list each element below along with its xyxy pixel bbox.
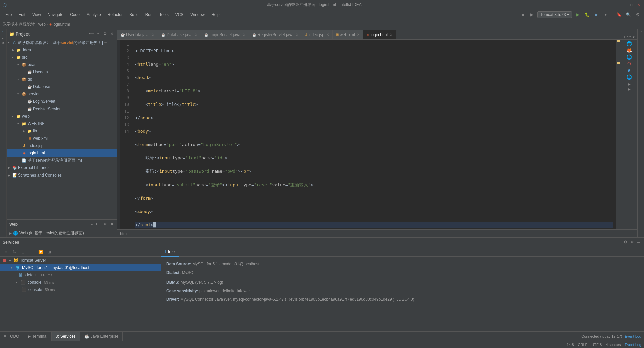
- settings-project-button[interactable]: ⚙: [102, 31, 108, 37]
- right-scrollbar[interactable]: [616, 40, 621, 229]
- event-log-bottom[interactable]: Event Log: [625, 343, 641, 347]
- tree-item-root[interactable]: ▾ ⬡ 教学版本课程设计 [基于servlet的登录注册界面] ✏: [7, 39, 117, 46]
- tree-item-indexjsp[interactable]: ▶ J index.jsp: [7, 142, 117, 149]
- web-settings-button[interactable]: ⚙: [102, 222, 108, 227]
- menu-tools[interactable]: Tools: [157, 12, 171, 18]
- browser5-icon[interactable]: 🌐: [626, 74, 632, 80]
- coverage-button[interactable]: ▶: [593, 11, 600, 18]
- menu-window[interactable]: Window: [187, 12, 207, 18]
- chrome-icon[interactable]: 🌐: [626, 41, 632, 46]
- svc-btn-4[interactable]: ⊕: [28, 248, 36, 256]
- services-gear-button[interactable]: ⚙: [623, 240, 628, 245]
- menu-navigate[interactable]: Navigate: [45, 12, 66, 18]
- tab-loginhtml[interactable]: ◈ login.html ✕: [363, 30, 396, 39]
- tab-loginservlet[interactable]: ☕ LoginServlet.java ✕: [201, 30, 249, 39]
- services-close-button[interactable]: ─: [636, 240, 641, 245]
- run-button[interactable]: ▶: [574, 11, 581, 18]
- tab-close-usedata[interactable]: ✕: [152, 33, 154, 37]
- menu-edit[interactable]: Edit: [16, 12, 28, 18]
- tab-usedata[interactable]: ☕ Usedata.java ✕: [117, 30, 158, 39]
- tab-database[interactable]: ☕ Database.java ✕: [158, 30, 201, 39]
- breadcrumb-root[interactable]: 教学版本课程设计: [3, 21, 35, 27]
- bookmark-button[interactable]: 🔖: [615, 11, 623, 18]
- tab-close-database[interactable]: ✕: [195, 33, 197, 37]
- menu-refactor[interactable]: Refactor: [105, 12, 125, 18]
- search-everywhere[interactable]: 🔍: [625, 11, 632, 18]
- svc-btn-2[interactable]: ⇅: [11, 248, 18, 256]
- tree-item-servlet[interactable]: ▾ 📦 servlet: [7, 90, 117, 98]
- tree-item-scratches[interactable]: ▶ 📝 Scratches and Consoles: [7, 171, 117, 179]
- tree-item-webinf[interactable]: ▾ 📁 WEB-INF: [7, 120, 117, 127]
- bottom-tab-terminal[interactable]: ▶ Terminal: [23, 332, 51, 341]
- menu-file[interactable]: File: [3, 12, 14, 18]
- status-event-log[interactable]: Event Log: [625, 334, 641, 338]
- web-panel-item[interactable]: Web (in 基于servlet的登录注册界面): [19, 230, 84, 236]
- right-icon-1[interactable]: DB: [638, 31, 644, 37]
- menu-code[interactable]: Code: [67, 12, 83, 18]
- edge-icon[interactable]: 🌐: [626, 54, 632, 60]
- web-sort-button[interactable]: ≡: [89, 222, 94, 227]
- more-run-button[interactable]: ▾: [602, 11, 609, 18]
- bottom-tab-services[interactable]: 8: Services: [52, 332, 80, 341]
- tree-item-loginservlet[interactable]: ▶ ☕ LoginServlet: [7, 98, 117, 105]
- svc-item-default[interactable]: 🗄 default 113 ms: [0, 271, 161, 279]
- minimize-button[interactable]: ─: [622, 3, 627, 7]
- svc-item-tomcat[interactable]: ▶ 🐱 Tomcat Server: [0, 257, 161, 264]
- web-collapse-button[interactable]: ⟵: [96, 222, 101, 227]
- tab-close-webxml[interactable]: ✕: [357, 33, 360, 37]
- code-editor[interactable]: <!DOCTYPE html> <html lang="en"> <head> …: [132, 40, 616, 229]
- services-settings-button[interactable]: ⚙: [629, 240, 635, 245]
- tab-webxml[interactable]: ⊞ web.xml ✕: [333, 30, 363, 39]
- favorites-icon[interactable]: ★: [1, 40, 5, 46]
- tree-item-lib[interactable]: ▶ 📁 lib: [7, 127, 117, 135]
- collapse-right-2[interactable]: ▶: [628, 87, 631, 91]
- sort-button[interactable]: ≡: [96, 31, 101, 37]
- tree-item-bean[interactable]: ▾ 📦 bean: [7, 61, 117, 68]
- project-icon[interactable]: P: [1, 30, 5, 35]
- tree-item-loginhtml[interactable]: ▶ ◈ login.html: [7, 149, 117, 157]
- tree-item-src[interactable]: ▾ 📁 src: [7, 54, 117, 61]
- svc-btn-6[interactable]: ⊞: [46, 248, 53, 256]
- firefox-icon[interactable]: 🦊: [626, 48, 632, 53]
- tree-item-idea[interactable]: ▶ 📁 .idea: [7, 46, 117, 54]
- debug-button[interactable]: 🐛: [583, 11, 591, 18]
- svc-btn-7[interactable]: +: [54, 248, 62, 256]
- tab-close-indexjsp[interactable]: ✕: [326, 33, 329, 37]
- tab-registerservlet[interactable]: ☕ RegisterServlet.java ✕: [249, 30, 302, 39]
- bottom-tab-javaee[interactable]: ☕ Java Enterprise: [80, 332, 123, 341]
- tab-indexjsp[interactable]: J index.jsp ✕: [302, 30, 332, 39]
- collapse-all-button[interactable]: ⟵: [89, 31, 94, 37]
- menu-vcs[interactable]: VCS: [173, 12, 186, 18]
- svc-btn-3[interactable]: ⊟: [19, 248, 27, 256]
- ie-icon[interactable]: e: [628, 68, 631, 73]
- svc-btn-5[interactable]: 🔽: [37, 248, 44, 256]
- menu-analyze[interactable]: Analyze: [84, 12, 104, 18]
- maximize-button[interactable]: □: [629, 3, 634, 7]
- menu-build[interactable]: Build: [127, 12, 141, 18]
- bottom-tab-todo[interactable]: ≡ TODO: [0, 332, 23, 341]
- info-tab-info[interactable]: ℹ Info: [161, 247, 179, 257]
- tab-close-loginhtml[interactable]: ✕: [390, 33, 392, 37]
- forward-button[interactable]: ▶: [528, 11, 535, 18]
- svc-item-console-parent[interactable]: ▾ ⬛ console 59 ms: [0, 279, 161, 286]
- tree-item-database[interactable]: ▶ ☕ Database: [7, 83, 117, 90]
- run-config-name[interactable]: Tomcat 8.5.73 ▾: [537, 11, 572, 18]
- tree-item-webxml[interactable]: ▶ ⊞ web.xml: [7, 135, 117, 142]
- menu-run[interactable]: Run: [143, 12, 155, 18]
- settings-button[interactable]: ⚙: [634, 11, 641, 18]
- tree-item-web[interactable]: ▾ 📁 web: [7, 113, 117, 120]
- tab-close-registerservlet[interactable]: ✕: [296, 33, 298, 37]
- tree-item-db[interactable]: ▾ 📦 db: [7, 76, 117, 83]
- tree-item-iml[interactable]: ▶ 📄 基于servlet的登录注册界面.iml: [7, 157, 117, 164]
- opera-icon[interactable]: O: [627, 61, 631, 66]
- close-button[interactable]: ✕: [637, 3, 641, 7]
- menu-help[interactable]: Help: [209, 12, 222, 18]
- tab-close-loginservlet[interactable]: ✕: [243, 33, 245, 37]
- menu-view[interactable]: View: [30, 12, 44, 18]
- breadcrumb-file[interactable]: ◈ login.html: [49, 22, 70, 27]
- close-project-button[interactable]: ✕: [109, 31, 114, 37]
- svc-btn-1[interactable]: ≡: [2, 248, 9, 256]
- tree-item-extlibs[interactable]: ▶ 📚 External Libraries: [7, 164, 117, 171]
- structure-icon[interactable]: S: [1, 35, 5, 40]
- collapse-right-1[interactable]: ▶: [628, 82, 631, 86]
